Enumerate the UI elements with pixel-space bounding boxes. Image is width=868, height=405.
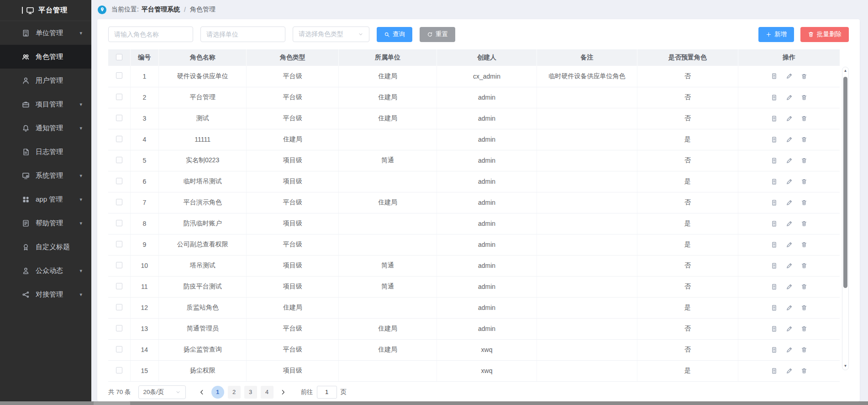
- search-button[interactable]: 查询: [377, 27, 412, 42]
- sidebar-item-log-mgmt[interactable]: 日志管理: [0, 140, 91, 164]
- page-button[interactable]: 4: [261, 386, 274, 399]
- next-page-button[interactable]: [277, 386, 289, 399]
- role-type-select[interactable]: 请选择角色类型: [293, 27, 369, 42]
- scroll-up-button[interactable]: ▲: [844, 69, 847, 73]
- action-delete-button[interactable]: [801, 199, 807, 206]
- table-row: 7平台演示角色平台级住建局admin否: [108, 192, 840, 213]
- action-edit-button[interactable]: [786, 346, 793, 353]
- page-button[interactable]: 3: [244, 386, 257, 399]
- breadcrumb-root[interactable]: 平台管理系统: [142, 5, 180, 14]
- row-checkbox[interactable]: [116, 346, 122, 352]
- action-delete-button[interactable]: [801, 304, 807, 311]
- action-edit-button[interactable]: [786, 368, 793, 374]
- action-edit-button[interactable]: [786, 73, 793, 80]
- page-size-select[interactable]: 20条/页: [138, 385, 186, 399]
- action-delete-button[interactable]: [801, 157, 807, 164]
- action-view-button[interactable]: [771, 115, 778, 122]
- sidebar-item-system-mgmt[interactable]: 系统管理▾: [0, 164, 91, 187]
- action-delete-button[interactable]: [801, 136, 807, 143]
- action-edit-button[interactable]: [786, 199, 793, 206]
- cell-index: 11: [130, 276, 158, 297]
- select-all-checkbox[interactable]: [116, 54, 122, 60]
- action-delete-button[interactable]: [801, 325, 807, 332]
- row-checkbox[interactable]: [116, 72, 122, 79]
- row-checkbox[interactable]: [116, 157, 122, 163]
- action-view-button[interactable]: [771, 368, 778, 374]
- action-edit-button[interactable]: [786, 262, 793, 269]
- action-delete-button[interactable]: [801, 368, 807, 374]
- action-view-button[interactable]: [771, 199, 778, 206]
- scrollbar-thumb[interactable]: [843, 77, 847, 288]
- action-edit-button[interactable]: [786, 178, 793, 185]
- action-edit-button[interactable]: [786, 241, 793, 248]
- action-delete-button[interactable]: [801, 178, 807, 185]
- prev-page-button[interactable]: [196, 386, 208, 399]
- sidebar-item-project-mgmt[interactable]: 项目管理▾: [0, 92, 91, 116]
- reset-button[interactable]: 重置: [420, 27, 455, 42]
- action-delete-button[interactable]: [801, 283, 807, 290]
- cell-creator: admin: [437, 318, 537, 339]
- sidebar-item-custom-title[interactable]: 自定义标题: [0, 235, 91, 259]
- row-checkbox[interactable]: [116, 94, 122, 100]
- action-view-button[interactable]: [771, 136, 778, 143]
- row-checkbox[interactable]: [116, 136, 122, 142]
- action-view-button[interactable]: [771, 346, 778, 353]
- scroll-down-button[interactable]: ▼: [844, 364, 847, 368]
- sidebar-item-app-mgmt[interactable]: app 管理▾: [0, 187, 91, 211]
- action-delete-button[interactable]: [801, 94, 807, 101]
- row-checkbox[interactable]: [116, 199, 122, 205]
- action-view-button[interactable]: [771, 178, 778, 185]
- row-checkbox[interactable]: [116, 283, 122, 289]
- sidebar-item-integration-mgmt[interactable]: 对接管理▾: [0, 282, 91, 306]
- action-view-button[interactable]: [771, 73, 778, 80]
- row-checkbox[interactable]: [116, 241, 122, 247]
- action-view-button[interactable]: [771, 94, 778, 101]
- unit-input[interactable]: [200, 27, 285, 42]
- action-edit-button[interactable]: [786, 94, 793, 101]
- add-button[interactable]: 新增: [758, 27, 794, 42]
- action-delete-button[interactable]: [801, 262, 807, 269]
- main-area: 当前位置: 平台管理系统 / 角色管理 请选择角色类型 查询 重置: [91, 0, 868, 401]
- sidebar-item-notice-mgmt[interactable]: 通知管理▾: [0, 116, 91, 140]
- action-edit-button[interactable]: [786, 304, 793, 311]
- action-delete-button[interactable]: [801, 346, 807, 353]
- table-scrollbar[interactable]: ▲ ▼: [842, 67, 849, 370]
- action-view-button[interactable]: [771, 262, 778, 269]
- page-button[interactable]: 2: [228, 386, 241, 399]
- action-view-button[interactable]: [771, 283, 778, 290]
- action-edit-button[interactable]: [786, 220, 793, 227]
- action-view-button[interactable]: [771, 220, 778, 227]
- sidebar-item-unit-mgmt[interactable]: 单位管理▾: [0, 21, 91, 45]
- action-view-button[interactable]: [771, 304, 778, 311]
- action-view-button[interactable]: [771, 325, 778, 332]
- goto-page-input[interactable]: [317, 386, 337, 399]
- cell-role-name: 扬尘权限: [159, 360, 247, 381]
- role-name-input[interactable]: [108, 27, 193, 42]
- sidebar-item-role-mgmt[interactable]: 角色管理: [0, 45, 91, 69]
- action-delete-button[interactable]: [801, 73, 807, 80]
- action-edit-button[interactable]: [786, 115, 793, 122]
- row-checkbox[interactable]: [116, 304, 122, 310]
- action-edit-button[interactable]: [786, 325, 793, 332]
- action-view-button[interactable]: [771, 157, 778, 164]
- row-checkbox[interactable]: [116, 220, 122, 226]
- batch-delete-button[interactable]: 批量删除: [800, 27, 849, 42]
- row-checkbox[interactable]: [116, 367, 122, 373]
- action-edit-button[interactable]: [786, 136, 793, 143]
- row-checkbox[interactable]: [116, 115, 122, 121]
- sidebar-item-public-activity[interactable]: 公众动态▾: [0, 259, 91, 282]
- role-type-placeholder: 请选择角色类型: [299, 30, 343, 38]
- row-checkbox[interactable]: [116, 325, 122, 331]
- sidebar-item-help-mgmt[interactable]: 帮助管理▾: [0, 211, 91, 235]
- action-delete-button[interactable]: [801, 115, 807, 122]
- action-delete-button[interactable]: [801, 220, 807, 227]
- cell-index: 9: [130, 234, 158, 255]
- page-button-active[interactable]: 1: [211, 386, 224, 399]
- action-delete-button[interactable]: [801, 241, 807, 248]
- row-checkbox[interactable]: [116, 262, 122, 268]
- action-edit-button[interactable]: [786, 283, 793, 290]
- action-edit-button[interactable]: [786, 157, 793, 164]
- row-checkbox[interactable]: [116, 178, 122, 184]
- sidebar-item-user-mgmt[interactable]: 用户管理: [0, 69, 91, 92]
- action-view-button[interactable]: [771, 241, 778, 248]
